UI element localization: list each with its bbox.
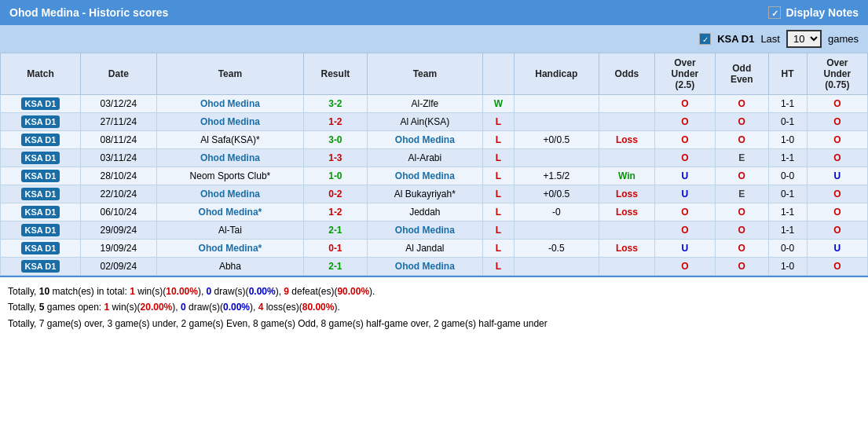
cell-wl: L: [483, 240, 514, 258]
table-row: KSA D1 29/09/24 Al-Tai 2-1 Ohod Medina L…: [1, 222, 868, 240]
ksad1-checkbox[interactable]: ✓: [699, 33, 711, 45]
cell-oe: O: [716, 240, 769, 258]
display-notes-label: Display Notes: [786, 6, 859, 19]
header: Ohod Medina - Historic scores ✓ Display …: [0, 0, 868, 25]
col-team2: Team: [367, 53, 482, 95]
cell-team1: Ohod Medina*: [156, 240, 303, 258]
summary-line2: Totally, 5 games open: 1 win(s)(20.00%),…: [8, 299, 860, 315]
table-row: KSA D1 02/09/24 Abha 2-1 Ohod Medina L O…: [1, 258, 868, 276]
col-date: Date: [80, 53, 156, 95]
cell-team2: Ohod Medina: [367, 131, 482, 149]
cell-handicap: [514, 113, 599, 131]
cell-team1: Ohod Medina: [156, 185, 303, 203]
cell-wl: L: [483, 258, 514, 276]
cell-team2: Ohod Medina: [367, 167, 482, 185]
cell-ou075: O: [807, 203, 867, 222]
cell-team1: Ohod Medina: [156, 113, 303, 131]
cell-ht: 0-1: [768, 113, 807, 131]
ksa-label: KSA D1: [717, 33, 754, 45]
cell-date: 27/11/24: [80, 113, 156, 131]
cell-date: 22/10/24: [80, 185, 156, 203]
table-header-row: Match Date Team Result Team Handicap Odd…: [1, 53, 868, 95]
cell-ou075: O: [807, 149, 867, 167]
summary: Totally, 10 match(es) in total: 1 win(s)…: [0, 276, 868, 338]
cell-ou25: O: [654, 258, 715, 276]
cell-oe: O: [716, 131, 769, 149]
table-row: KSA D1 27/11/24 Ohod Medina 1-2 Al Ain(K…: [1, 113, 868, 131]
display-notes-checkmark[interactable]: ✓: [768, 6, 781, 19]
cell-result: 1-2: [304, 203, 367, 222]
historic-scores-table: Match Date Team Result Team Handicap Odd…: [0, 53, 868, 276]
cell-date: 02/09/24: [80, 258, 156, 276]
cell-league: KSA D1: [1, 95, 81, 113]
league-badge: KSA D1: [21, 206, 60, 218]
table-row: KSA D1 03/12/24 Ohod Medina 3-2 Al-Zlfe …: [1, 95, 868, 113]
cell-league: KSA D1: [1, 203, 81, 222]
cell-wl: L: [483, 222, 514, 240]
cell-league: KSA D1: [1, 240, 81, 258]
cell-handicap: [514, 95, 599, 113]
cell-handicap: +0/0.5: [514, 185, 599, 203]
table-row: KSA D1 08/11/24 Al Safa(KSA)* 3-0 Ohod M…: [1, 131, 868, 149]
cell-handicap: -0.5: [514, 240, 599, 258]
cell-result: 0-1: [304, 240, 367, 258]
cell-ht: 1-1: [768, 95, 807, 113]
cell-league: KSA D1: [1, 185, 81, 203]
cell-league: KSA D1: [1, 258, 81, 276]
cell-team1: Neom Sports Club*: [156, 167, 303, 185]
summary-line3: Totally, 7 game(s) over, 3 game(s) under…: [8, 316, 860, 331]
last-label: Last: [760, 33, 780, 45]
cell-wl: L: [483, 113, 514, 131]
cell-odds: [599, 222, 655, 240]
cell-ou075: O: [807, 222, 867, 240]
col-handicap: Handicap: [514, 53, 599, 95]
cell-ou25: O: [654, 203, 715, 222]
cell-team2: Al-Zlfe: [367, 95, 482, 113]
league-badge: KSA D1: [21, 152, 60, 164]
cell-league: KSA D1: [1, 222, 81, 240]
cell-ou25: U: [654, 167, 715, 185]
header-right: ✓ Display Notes: [768, 6, 859, 19]
cell-team2: Al Jandal: [367, 240, 482, 258]
cell-date: 03/12/24: [80, 95, 156, 113]
cell-team2: Ohod Medina: [367, 222, 482, 240]
cell-ht: 1-0: [768, 131, 807, 149]
cell-oe: E: [716, 185, 769, 203]
col-oe: OddEven: [716, 53, 769, 95]
cell-team2: Al Bukayriyah*: [367, 185, 482, 203]
cell-wl: L: [483, 149, 514, 167]
cell-oe: O: [716, 203, 769, 222]
cell-date: 08/11/24: [80, 131, 156, 149]
cell-date: 03/11/24: [80, 149, 156, 167]
cell-odds: Win: [599, 167, 655, 185]
cell-ou25: O: [654, 222, 715, 240]
cell-handicap: [514, 149, 599, 167]
cell-oe: O: [716, 258, 769, 276]
cell-team1: Al-Tai: [156, 222, 303, 240]
cell-team1: Ohod Medina: [156, 149, 303, 167]
cell-team2: Al Ain(KSA): [367, 113, 482, 131]
games-select[interactable]: 5 10 15 20: [786, 30, 822, 48]
cell-odds: [599, 95, 655, 113]
cell-ou075: O: [807, 258, 867, 276]
cell-oe: O: [716, 222, 769, 240]
games-label: games: [828, 33, 859, 45]
cell-team1: Ohod Medina*: [156, 203, 303, 222]
cell-ou25: O: [654, 113, 715, 131]
league-badge: KSA D1: [21, 115, 60, 128]
cell-ou25: U: [654, 185, 715, 203]
table-row: KSA D1 03/11/24 Ohod Medina 1-3 Al-Arabi…: [1, 149, 868, 167]
cell-result: 2-1: [304, 222, 367, 240]
table-row: KSA D1 19/09/24 Ohod Medina* 0-1 Al Jand…: [1, 240, 868, 258]
cell-ou25: O: [654, 131, 715, 149]
page-title: Ohod Medina - Historic scores: [9, 6, 168, 19]
cell-ou075: U: [807, 167, 867, 185]
cell-result: 2-1: [304, 258, 367, 276]
controls-bar: ✓ KSA D1 Last 5 10 15 20 games: [0, 25, 868, 53]
cell-odds: Loss: [599, 240, 655, 258]
cell-ou25: O: [654, 149, 715, 167]
cell-result: 0-2: [304, 185, 367, 203]
col-wl: [483, 53, 514, 95]
cell-result: 3-0: [304, 131, 367, 149]
cell-ou075: O: [807, 185, 867, 203]
